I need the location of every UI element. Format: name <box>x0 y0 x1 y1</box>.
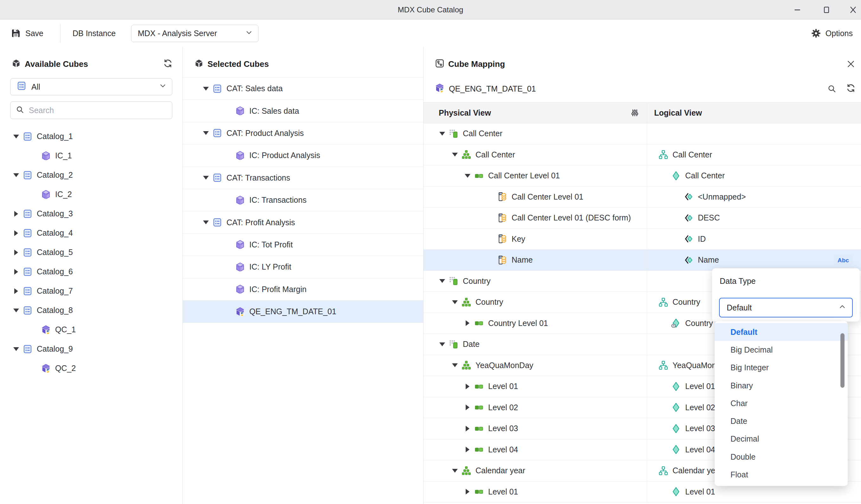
caret-right-icon[interactable] <box>14 288 18 294</box>
caret-right-icon[interactable] <box>466 320 469 326</box>
caret-down-icon[interactable] <box>452 300 458 304</box>
caret-right-icon[interactable] <box>466 489 469 494</box>
tree-item-ic_2[interactable]: IC_2 <box>0 185 182 204</box>
tree-item-catalog_4[interactable]: Catalog_4 <box>0 223 182 243</box>
tree-item-label: Catalog_7 <box>37 286 73 296</box>
catalog-filter-select[interactable]: All <box>10 78 172 95</box>
tree-item-catalog_6[interactable]: Catalog_6 <box>0 262 182 281</box>
caret-right-icon[interactable] <box>466 384 469 389</box>
hierarchy-teal-icon <box>659 360 668 370</box>
tree-item-catalog_3[interactable]: Catalog_3 <box>0 204 182 223</box>
caret-down-icon[interactable] <box>452 469 458 473</box>
close-panel-button[interactable] <box>845 58 857 70</box>
caret-down-icon[interactable] <box>13 309 19 312</box>
selected-cubes-row[interactable]: QE_ENG_TM_DATE_01 <box>183 301 423 323</box>
tree-item-catalog_1[interactable]: Catalog_1 <box>0 127 182 146</box>
close-window-button[interactable] <box>847 4 859 15</box>
catalog-icon <box>23 344 32 354</box>
caret-right-icon[interactable] <box>466 426 469 432</box>
data-type-select[interactable]: Default <box>719 298 853 317</box>
caret-right-icon[interactable] <box>14 269 18 275</box>
cube-icon <box>194 59 204 69</box>
tree-item-qc_2[interactable]: QC_2 <box>0 358 182 378</box>
tree-item-catalog_5[interactable]: Catalog_5 <box>0 243 182 262</box>
hierarchy-teal-icon <box>659 466 668 476</box>
caret-down-icon[interactable] <box>13 135 19 138</box>
data-type-option-char[interactable]: Char <box>715 394 848 412</box>
tree-item-qc_1[interactable]: QC_1 <box>0 320 182 339</box>
selected-cubes-row[interactable]: IC: Profit Margin <box>183 278 423 301</box>
selected-cubes-row[interactable]: IC: Sales data <box>183 100 423 122</box>
mapping-row[interactable]: NameNameAbc <box>424 250 861 271</box>
caret-down-icon[interactable] <box>465 174 470 178</box>
data-type-option-big-decimal[interactable]: Big Decimal <box>715 341 848 358</box>
tree-item-catalog_2[interactable]: Catalog_2 <box>0 165 182 185</box>
data-type-option-decimal[interactable]: Decimal <box>715 430 848 448</box>
data-type-option-double[interactable]: Double <box>715 448 848 466</box>
hierarchy-teal-icon <box>659 150 668 159</box>
tree-item-label: IC_2 <box>55 190 72 199</box>
selected-cubes-row[interactable]: IC: Transactions <box>183 189 423 211</box>
ic-cube-icon <box>41 190 51 199</box>
maximize-button[interactable] <box>821 4 832 15</box>
physical-cell: Level 03 <box>424 418 647 439</box>
search-input[interactable] <box>28 106 150 115</box>
caret-down-icon[interactable] <box>203 87 209 91</box>
mapping-search-button[interactable] <box>825 82 838 95</box>
caret-down-icon[interactable] <box>203 176 209 180</box>
caret-down-icon[interactable] <box>439 342 445 346</box>
selected-cubes-row[interactable]: CAT: Transactions <box>183 167 423 189</box>
selected-cubes-row[interactable]: IC: Product Analysis <box>183 145 423 167</box>
physical-label: Call Center Level 01 <box>511 192 584 202</box>
caret-down-icon[interactable] <box>13 347 19 351</box>
mapping-row[interactable]: KeyID <box>424 229 861 250</box>
data-type-option-date[interactable]: Date <box>715 412 848 430</box>
mapping-row[interactable]: Call CenterCall Center <box>424 145 861 166</box>
minimize-button[interactable] <box>792 4 803 15</box>
caret-down-icon[interactable] <box>452 153 458 156</box>
db-instance-select[interactable]: MDX - Analysis Server <box>131 25 259 42</box>
mapping-row[interactable]: Call Center Level 01<Unmapped> <box>424 187 861 208</box>
selected-cubes-row[interactable]: IC: Tot Profit <box>183 234 423 256</box>
filter-icon <box>630 108 640 118</box>
tree-item-catalog_7[interactable]: Catalog_7 <box>0 281 182 301</box>
mapping-row[interactable]: Call Center Level 01 (DESC form)DESC <box>424 207 861 229</box>
caret-right-icon[interactable] <box>14 230 18 236</box>
caret-down-icon[interactable] <box>439 132 445 136</box>
physical-label: Date <box>463 340 480 349</box>
caret-right-icon[interactable] <box>466 405 469 410</box>
selected-cubes-row[interactable]: CAT: Profit Analysis <box>183 211 423 233</box>
mapping-refresh-button[interactable] <box>845 82 857 95</box>
options-button[interactable]: Options <box>811 19 853 47</box>
selected-cubes-row[interactable]: IC: LY Profit <box>183 256 423 278</box>
data-type-option-big-integer[interactable]: Big Integer <box>715 359 848 377</box>
mapping-row[interactable]: Call Center Level 01Call Center <box>424 165 861 187</box>
data-type-option-float[interactable]: Float <box>715 466 848 483</box>
caret-right-icon[interactable] <box>466 447 469 452</box>
physical-cell: Date <box>424 334 647 355</box>
options-scrollbar[interactable] <box>840 333 845 388</box>
data-type-option-default[interactable]: Default <box>715 323 848 341</box>
refresh-button[interactable] <box>162 58 174 70</box>
data-type-option-binary[interactable]: Binary <box>715 377 848 394</box>
save-button[interactable]: Save <box>11 19 43 47</box>
tree-item-catalog_9[interactable]: Catalog_9 <box>0 339 182 358</box>
caret-down-icon[interactable] <box>203 131 209 135</box>
selected-cubes-row[interactable]: CAT: Product Analysis <box>183 122 423 145</box>
caret-right-icon[interactable] <box>14 250 18 255</box>
db-instance-select-value: MDX - Analysis Server <box>138 29 217 38</box>
tree-item-ic_1[interactable]: IC_1 <box>0 146 182 165</box>
caret-down-icon[interactable] <box>13 173 19 177</box>
filter-button[interactable] <box>628 107 641 119</box>
selected-cubes-row[interactable]: CAT: Sales data <box>183 78 423 100</box>
physical-label: Country <box>476 298 503 307</box>
mapping-row[interactable]: Call Center <box>424 123 861 145</box>
caret-down-icon[interactable] <box>439 279 445 283</box>
data-type-badge[interactable]: Abc <box>834 255 853 265</box>
caret-down-icon[interactable] <box>203 220 209 224</box>
tree-item-catalog_8[interactable]: Catalog_8 <box>0 301 182 320</box>
mapping-table-header: Physical View Logical View <box>424 102 861 123</box>
caret-down-icon[interactable] <box>452 363 458 367</box>
caret-right-icon[interactable] <box>14 211 18 217</box>
physical-label: Calendar year <box>476 466 525 475</box>
